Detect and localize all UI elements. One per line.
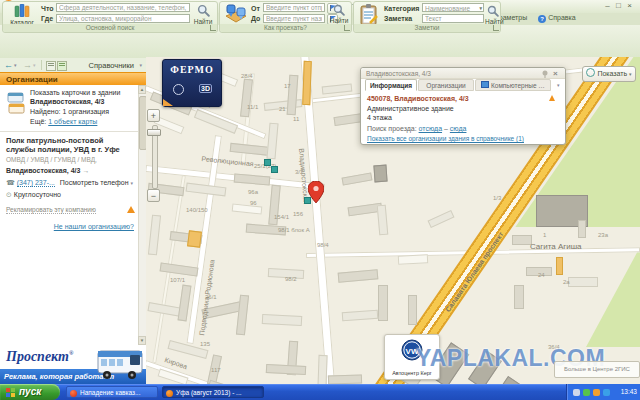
maximize-button[interactable]: □ [613, 2, 624, 11]
taskbar-item-2gis-active[interactable]: Уфа (август 2013) - ... [162, 386, 264, 398]
clock-icon: ⊙ [6, 191, 12, 198]
group-caption: Основной поиск [3, 24, 217, 32]
zoom-out-button[interactable]: − [147, 189, 160, 202]
house-number: 21 [279, 106, 286, 112]
map-ad-banner[interactable]: ФЕРМО 3D [162, 59, 222, 107]
sidebar-toolbar: ← ▾ → ▾ Справочники ▾ [0, 58, 146, 73]
org-not-found-link[interactable]: Не нашли организацию? [54, 223, 134, 230]
tab-overflow-caret-icon[interactable]: ▾ [557, 82, 560, 88]
house-number: 154/1 [274, 214, 289, 220]
house-number: 1 [543, 232, 546, 238]
where-input[interactable] [56, 14, 190, 23]
tray-icon[interactable] [583, 389, 590, 396]
magnifier-icon [197, 4, 210, 17]
org-address[interactable]: Владивостокская, 4/3 → [6, 167, 89, 174]
bubble-all-orgs-link[interactable]: Показать все организации здания в справо… [367, 135, 524, 142]
taskbar-item-browser[interactable]: Нападение кавказ... [66, 386, 158, 398]
transit-stop-icon [271, 166, 278, 173]
dialog-launcher-icon[interactable] [210, 25, 216, 31]
start-button[interactable]: пуск [0, 384, 60, 400]
bubble-tab-information[interactable]: Информация [365, 79, 417, 91]
banner-title: ФЕРМО [163, 64, 221, 75]
bubble-tab-rubric[interactable]: Компьютерные … [475, 79, 551, 91]
house-number: 107/1 [170, 277, 185, 283]
forward-button[interactable]: → [23, 60, 32, 70]
taskbar-clock: 13:43 [621, 384, 637, 400]
house-number: 24 [538, 272, 545, 278]
bubble-header: Владивостокская, 4/3 [361, 68, 565, 79]
summary-more: Ещё: 1 объект карты [30, 118, 97, 125]
org-name[interactable]: Полк патрульно-постовой службы полиции, … [6, 136, 132, 154]
references-dropdown[interactable]: Справочники [89, 61, 134, 70]
scroll-up-icon[interactable]: ▲ [138, 85, 146, 94]
back-caret-icon[interactable]: ▾ [14, 62, 17, 68]
ad-marker-icon [549, 95, 555, 101]
group-route: От До ✕ Очистить Найти▾ Как проехать? [219, 1, 352, 33]
dialog-launcher-icon[interactable] [344, 25, 350, 31]
house-number: 11/1 [247, 104, 258, 110]
forward-caret-icon[interactable]: ▾ [33, 62, 36, 68]
show-phone-link[interactable]: Посмотреть телефон [60, 179, 129, 186]
group-caption: Как проехать? [220, 24, 351, 32]
house-number: 98/4 [317, 242, 329, 248]
dialog-launcher-icon[interactable] [493, 25, 499, 31]
org-hours-row: ⊙ Круглосуточно [6, 191, 61, 199]
help-icon: ? [538, 15, 546, 23]
clipboard-icon [358, 4, 380, 26]
bubble-close-icon[interactable]: × [553, 69, 558, 78]
scroll-down-icon[interactable]: ▼ [138, 336, 146, 345]
note-input[interactable] [422, 14, 484, 23]
street-label: Сагита Агиша [530, 242, 582, 251]
route-to-input[interactable] [263, 14, 325, 23]
house-number: 17 [284, 83, 291, 89]
route-to-link[interactable]: сюда [450, 125, 467, 132]
map-marker-pin[interactable] [308, 181, 324, 203]
close-button[interactable]: × [624, 2, 635, 11]
map-attribution[interactable]: Больше в Центре 2ГИС [554, 361, 640, 378]
pin-bubble-icon[interactable] [541, 70, 549, 78]
tray-icon[interactable] [593, 389, 600, 396]
summary-line: Показать карточки в здании [30, 89, 120, 96]
group-caption: Заметки [354, 24, 500, 32]
catalog-button[interactable]: Каталог [7, 3, 37, 24]
map-object-link[interactable]: 1 объект карты [48, 118, 97, 125]
phone-link[interactable]: (347) 237-... [17, 179, 55, 187]
card-view-icon[interactable] [46, 61, 56, 71]
zoom-slider-handle[interactable] [147, 129, 161, 136]
banner-corner [163, 99, 173, 106]
category-label: Категория [384, 5, 419, 12]
find-notes-button[interactable]: Найти [485, 5, 500, 25]
route-icon[interactable] [224, 4, 248, 24]
tray-icon[interactable] [573, 389, 580, 396]
gear-icon [173, 84, 184, 95]
map-view-icon[interactable] [57, 61, 67, 71]
route-from-input[interactable] [263, 3, 325, 12]
organizations-header[interactable]: Организации [0, 72, 146, 85]
banner-3d-badge: 3D [199, 84, 212, 93]
references-caret-icon[interactable]: ▾ [139, 62, 142, 68]
house-number: 98/2 [285, 276, 297, 282]
back-button[interactable]: ← [4, 60, 13, 70]
minimize-button[interactable]: – [602, 2, 613, 11]
chevron-down-icon: ▾ [629, 71, 632, 77]
summary-found: Найдено: 1 организация [30, 108, 109, 115]
zoom-in-button[interactable]: + [147, 109, 160, 122]
help-button[interactable]: ?Справка [538, 14, 575, 23]
chevron-down-icon: ▾ [131, 180, 134, 186]
bubble-tab-organizations[interactable]: Организации [418, 79, 474, 91]
house-number: 135 [200, 341, 210, 347]
sidebar-ad-banner[interactable]: Проспект® Реклама, которая работает [0, 345, 146, 384]
house-number: 28/4 [241, 73, 253, 79]
bubble-body: 450078, Владивостокская, 4/3 Администрат… [361, 91, 565, 144]
phone-icon: ☎ [6, 179, 15, 186]
map-canvas[interactable]: 28/41311711/1211125/1(27)3/296а96156154/… [146, 57, 640, 385]
goto-map-arrow-icon: → [82, 167, 89, 174]
advertise-link[interactable]: Рекламировать эту компанию [6, 206, 96, 214]
building-cards-icon [6, 91, 26, 117]
what-input[interactable] [56, 3, 190, 12]
category-select[interactable]: Наименование▾ [422, 3, 484, 12]
route-from-link[interactable]: отсюда [419, 125, 442, 132]
tray-icon[interactable] [603, 389, 610, 396]
show-layers-button[interactable]: Показать ▾ [582, 66, 636, 82]
house-number: 98/1 блок А [278, 227, 310, 233]
